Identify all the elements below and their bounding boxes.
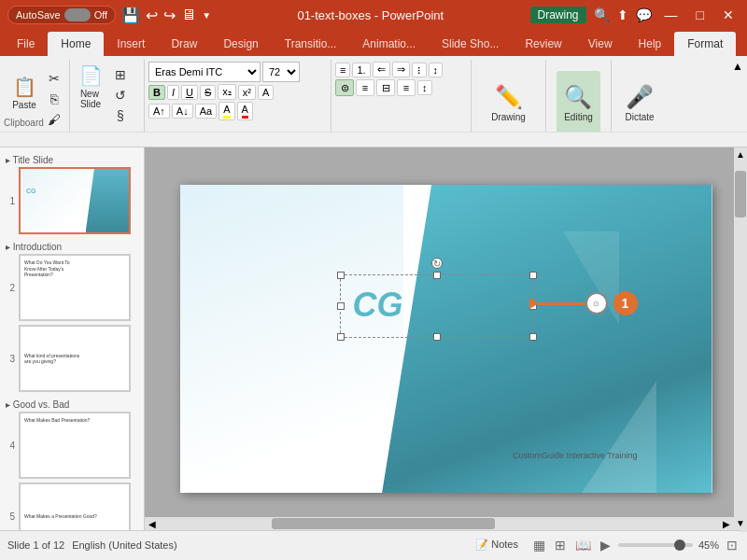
scroll-thumb-h[interactable]: [272, 518, 496, 529]
tab-transitions[interactable]: Transitio...: [272, 32, 350, 56]
strikethrough-button[interactable]: S: [200, 85, 216, 100]
save-icon[interactable]: 💾: [121, 7, 140, 24]
indent-more-button[interactable]: ⇒: [392, 62, 410, 77]
scroll-up-arrow[interactable]: ▲: [734, 147, 747, 161]
indent-less-button[interactable]: ⇐: [373, 62, 390, 77]
align-right-button[interactable]: ⊟: [376, 79, 395, 96]
autosave-toggle[interactable]: [64, 8, 91, 21]
tab-slideshow[interactable]: Slide Sho...: [429, 32, 512, 56]
handle-middle-left[interactable]: [337, 302, 345, 310]
clear-format-button[interactable]: A: [258, 85, 274, 100]
tab-draw[interactable]: Draw: [158, 32, 210, 56]
tab-insert[interactable]: Insert: [104, 32, 158, 56]
scroll-left-arrow[interactable]: ◀: [145, 517, 160, 531]
font-size-select[interactable]: 72: [262, 62, 300, 82]
underline-button[interactable]: U: [181, 85, 198, 100]
canvas-scrollbar-h[interactable]: ◀ ▶: [145, 517, 734, 530]
autosave-badge[interactable]: AutoSave Off: [7, 6, 116, 24]
ribbon-collapse-btn[interactable]: ▲: [732, 60, 743, 73]
section-button[interactable]: §: [109, 106, 132, 125]
notes-button[interactable]: 📝 Notes: [468, 537, 526, 553]
dictate-button[interactable]: 🎤 Dictate: [617, 71, 661, 136]
slide-thumb-4[interactable]: What Makes Bad Presentation?: [19, 412, 131, 479]
title-bar: AutoSave Off 💾 ↩ ↪ 🖥 ▼ 01-text-boxes - P…: [0, 0, 747, 30]
align-center-button[interactable]: ≡: [356, 79, 374, 96]
bullets-button[interactable]: ≡: [335, 63, 350, 77]
autosave-state: Off: [94, 9, 107, 21]
rotate-handle[interactable]: ↻: [431, 258, 443, 269]
slide-row-2: 2 What Do You Want ToKnow After Today'sP…: [4, 254, 140, 321]
tab-help[interactable]: Help: [626, 32, 675, 56]
handle-bottom-right[interactable]: [529, 333, 537, 341]
zoom-slider[interactable]: [618, 543, 693, 547]
slide-thumb-1[interactable]: CG: [19, 167, 131, 234]
slide-info: Slide 1 of 12: [7, 539, 64, 551]
copy-icon: ⎘: [50, 91, 58, 106]
dropdown-icon[interactable]: ▼: [202, 10, 211, 21]
font-name-select[interactable]: Eras Demi ITC: [148, 62, 261, 82]
copy-button[interactable]: ⎘: [43, 90, 65, 108]
tab-review[interactable]: Review: [512, 32, 574, 56]
paste-button[interactable]: 📋 Paste: [7, 65, 41, 121]
canvas-scrollbar[interactable]: ▲ ▼: [734, 147, 747, 530]
tab-animations[interactable]: Animatio...: [349, 32, 429, 56]
highlight-button[interactable]: A: [218, 102, 234, 120]
search-icon[interactable]: 🔍: [594, 7, 610, 22]
share-icon[interactable]: ⬆: [617, 7, 628, 22]
font-color-button[interactable]: A: [237, 102, 253, 120]
layout-button[interactable]: ⊞: [109, 65, 132, 84]
slideshow-button[interactable]: ▶: [599, 536, 613, 554]
slide-thumb-2[interactable]: What Do You Want ToKnow After Today'sPre…: [19, 254, 131, 321]
autosave-label: AutoSave: [16, 9, 61, 21]
comments-icon[interactable]: 💬: [636, 7, 652, 22]
line-spacing-button[interactable]: ↕: [417, 80, 432, 95]
tab-file[interactable]: File: [4, 32, 48, 56]
minimize-button[interactable]: —: [659, 6, 684, 24]
clipboard-label: Clipboard: [4, 116, 44, 130]
ribbon-tab-bar: File Home Insert Draw Design Transitio..…: [0, 30, 747, 56]
reset-button[interactable]: ↺: [109, 86, 132, 105]
columns-button[interactable]: ⫶: [412, 63, 427, 77]
zoom-thumb[interactable]: [674, 539, 685, 551]
superscript-button[interactable]: x²: [238, 85, 256, 100]
scroll-down-arrow[interactable]: ▼: [734, 516, 747, 530]
align-left-button[interactable]: ⊜: [335, 79, 354, 96]
italic-button[interactable]: I: [167, 85, 179, 100]
slide-sorter-button[interactable]: ⊞: [553, 536, 568, 554]
textbox-container[interactable]: ↻ CG: [344, 278, 530, 334]
justify-button[interactable]: ≡: [397, 79, 416, 96]
tab-format[interactable]: Format: [674, 32, 736, 56]
tab-home[interactable]: Home: [48, 32, 104, 56]
tab-design[interactable]: Design: [210, 32, 271, 56]
maximize-button[interactable]: □: [691, 6, 710, 24]
editing-button[interactable]: 🔍 Editing: [557, 71, 600, 136]
handle-top-right[interactable]: [529, 272, 537, 279]
close-button[interactable]: ✕: [717, 6, 740, 24]
scroll-thumb[interactable]: [735, 171, 746, 217]
scroll-right-arrow[interactable]: ▶: [719, 517, 734, 531]
decrease-font-button[interactable]: A↓: [172, 104, 193, 119]
monitor-icon[interactable]: 🖥: [181, 7, 196, 23]
dictate-label: Dictate: [625, 112, 654, 122]
direction-button[interactable]: ↕: [429, 63, 444, 77]
case-button[interactable]: Aa: [195, 104, 217, 119]
slide-thumb-3[interactable]: What kind of presentationsare you giving…: [19, 325, 131, 392]
format-painter-button[interactable]: 🖌: [43, 110, 65, 129]
reading-view-button[interactable]: 📖: [573, 536, 593, 554]
handle-bottom-middle[interactable]: [433, 333, 441, 341]
cut-button[interactable]: ✂: [43, 69, 65, 88]
handle-bottom-left[interactable]: [337, 333, 345, 341]
drawing-button[interactable]: ✏️ Drawing: [484, 71, 533, 136]
increase-font-button[interactable]: A↑: [148, 104, 170, 119]
new-slide-button[interactable]: 📄 NewSlide: [74, 62, 107, 125]
tab-view[interactable]: View: [575, 32, 626, 56]
handle-top-middle[interactable]: [433, 272, 441, 279]
subscript-button[interactable]: x₂: [218, 84, 236, 100]
fit-to-window-button[interactable]: ⊡: [725, 536, 740, 554]
redo-icon[interactable]: ↪: [163, 7, 176, 24]
undo-icon[interactable]: ↩: [146, 7, 158, 24]
handle-top-left[interactable]: [337, 272, 345, 279]
numbering-button[interactable]: 1.: [352, 63, 370, 77]
bold-button[interactable]: B: [148, 85, 165, 100]
normal-view-button[interactable]: ▦: [531, 536, 547, 554]
